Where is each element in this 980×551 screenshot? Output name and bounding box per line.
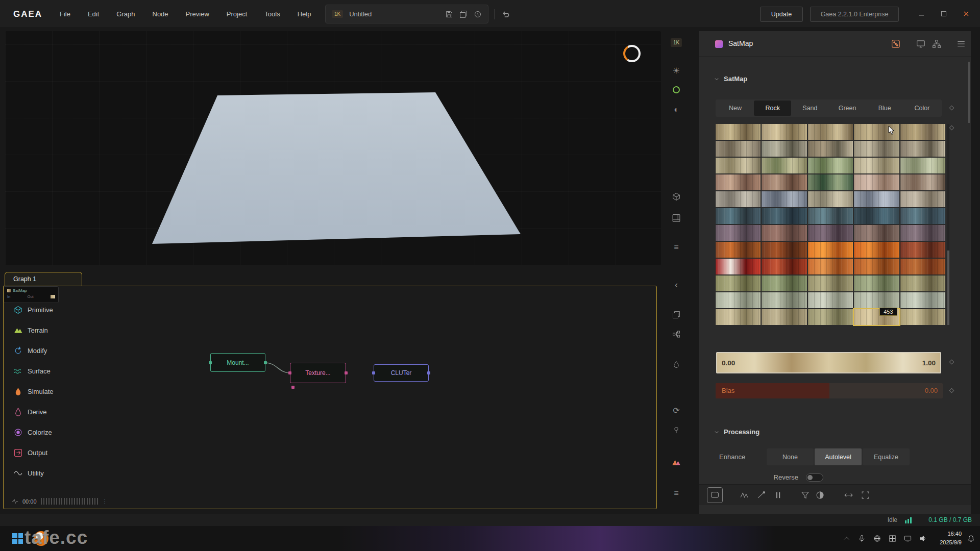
satmap-swatch[interactable]	[808, 276, 853, 291]
satmap-swatch[interactable]	[808, 259, 853, 274]
node-port[interactable]	[427, 371, 430, 374]
satmap-swatch[interactable]	[762, 259, 806, 274]
swatch-scrollbar[interactable]	[947, 124, 949, 325]
satmap-swatch[interactable]	[900, 259, 945, 274]
node-port[interactable]	[264, 361, 267, 364]
pin-icon[interactable]	[673, 426, 680, 434]
library-tab-green[interactable]: Green	[829, 101, 866, 116]
option-connector[interactable]	[949, 106, 954, 111]
satmap-swatch[interactable]	[854, 242, 899, 258]
satmap-swatch[interactable]	[854, 158, 899, 173]
option-connector[interactable]	[949, 388, 954, 393]
enhance-equalize[interactable]: Equalize	[863, 448, 910, 465]
satmap-swatch[interactable]	[808, 174, 853, 190]
satmap-swatch[interactable]	[808, 292, 853, 308]
category-surface[interactable]: Surface	[14, 361, 54, 381]
notifications-bell-icon[interactable]	[967, 535, 975, 542]
satmap-swatch[interactable]	[716, 225, 761, 241]
library-tab-blue[interactable]: Blue	[866, 101, 903, 116]
satmap-swatch[interactable]	[808, 124, 853, 140]
gradient-range-bar[interactable]: 0.00 1.00	[716, 352, 941, 373]
satmap-swatch[interactable]	[716, 292, 761, 308]
history-icon[interactable]	[474, 10, 482, 18]
enhance-none[interactable]: None	[767, 448, 814, 465]
node-port[interactable]	[372, 371, 375, 374]
node-graph-canvas[interactable]: PrimitiveTerrainModifySurfaceSimulateDer…	[3, 286, 657, 509]
satmap-swatch[interactable]	[716, 174, 761, 190]
category-output[interactable]: Output	[14, 442, 54, 463]
library-tab-rock[interactable]: Rock	[754, 101, 791, 116]
satmap-swatch[interactable]	[762, 141, 806, 157]
maximize-button[interactable]	[935, 6, 953, 21]
pause-bars-icon[interactable]	[774, 491, 782, 499]
satmap-swatch[interactable]	[762, 174, 806, 190]
viewport-resolution-badge[interactable]: 1K	[671, 38, 682, 47]
category-utility[interactable]: Utility	[14, 463, 54, 483]
satmap-swatch[interactable]	[716, 141, 761, 157]
filter-icon[interactable]	[801, 491, 810, 499]
menu-project[interactable]: Project	[218, 0, 256, 28]
category-terrain[interactable]: Terrain	[14, 320, 54, 340]
satmap-swatch[interactable]	[900, 124, 945, 140]
graph-menu-icon[interactable]: ≡	[674, 489, 678, 497]
satmap-swatch[interactable]	[854, 225, 899, 241]
timeline-ticks[interactable]	[41, 498, 98, 505]
satmap-swatch[interactable]: 453	[854, 309, 899, 325]
save-icon[interactable]	[445, 10, 453, 18]
satmap-swatch[interactable]	[808, 242, 853, 258]
satmap-swatch[interactable]	[762, 292, 806, 308]
start-button[interactable]	[12, 533, 23, 544]
satmap-swatch[interactable]	[762, 276, 806, 291]
menu-preview[interactable]: Preview	[177, 0, 218, 28]
3d-viewport[interactable]	[5, 31, 661, 265]
satmap-swatch[interactable]	[900, 242, 945, 258]
collapse-panel-icon[interactable]: ‹	[675, 280, 678, 289]
satmap-swatch[interactable]	[762, 158, 806, 173]
update-button[interactable]: Update	[760, 7, 803, 22]
water-drop-icon[interactable]	[673, 361, 680, 368]
satmap-swatch[interactable]	[716, 124, 761, 140]
satmap-swatch[interactable]	[716, 309, 761, 325]
category-colorize[interactable]: Colorize	[14, 422, 54, 442]
curve-tool-icon[interactable]	[740, 491, 749, 499]
node-port[interactable]	[209, 361, 212, 364]
timeline-more-icon[interactable]: ⋮	[102, 498, 108, 505]
satmap-swatch[interactable]	[854, 191, 899, 207]
viewport-menu-icon[interactable]: ≡	[674, 243, 678, 252]
satmap-swatch[interactable]	[762, 242, 806, 258]
satmap-swatch[interactable]	[762, 191, 806, 207]
ime-grid-icon[interactable]	[889, 535, 896, 542]
satmap-swatch[interactable]	[716, 242, 761, 258]
document-tab[interactable]: 1K Untitled	[325, 5, 488, 23]
menu-help[interactable]: Help	[289, 0, 320, 28]
water-toggle-icon[interactable]	[673, 86, 680, 93]
category-simulate[interactable]: Simulate	[14, 381, 54, 402]
satmap-swatch[interactable]	[762, 208, 806, 224]
satmap-swatch[interactable]	[808, 158, 853, 173]
satmap-swatch[interactable]	[900, 276, 945, 291]
satmap-swatch[interactable]	[854, 208, 899, 224]
reverse-toggle[interactable]	[806, 473, 823, 482]
library-tab-color[interactable]: Color	[903, 101, 941, 116]
speaker-icon[interactable]	[919, 535, 927, 542]
contrast-icon[interactable]: ◐	[674, 106, 679, 114]
option-connector[interactable]	[949, 360, 954, 365]
menu-node[interactable]: Node	[144, 0, 177, 28]
satmap-swatch[interactable]	[808, 309, 853, 325]
microphone-icon[interactable]	[858, 535, 866, 542]
menu-edit[interactable]: Edit	[79, 0, 108, 28]
sun-lighting-icon[interactable]: ☀	[673, 67, 680, 75]
menu-file[interactable]: File	[51, 0, 79, 28]
satmap-swatch[interactable]	[808, 225, 853, 241]
slope-tool-icon[interactable]	[757, 491, 766, 499]
satmap-swatch[interactable]	[716, 276, 761, 291]
panel-scrollbar[interactable]	[968, 62, 970, 123]
satmap-swatch[interactable]	[854, 276, 899, 291]
taskbar-clock[interactable]: 16:40 2025/9/9	[940, 530, 962, 547]
version-button[interactable]: Gaea 2.2.1.0 Enterprise	[810, 7, 899, 22]
minimize-button[interactable]	[912, 6, 930, 21]
satmap-swatch[interactable]	[762, 309, 806, 325]
satmap-swatch[interactable]	[716, 259, 761, 274]
contrast-tool-icon[interactable]	[816, 491, 824, 499]
satmap-swatch[interactable]	[716, 191, 761, 207]
